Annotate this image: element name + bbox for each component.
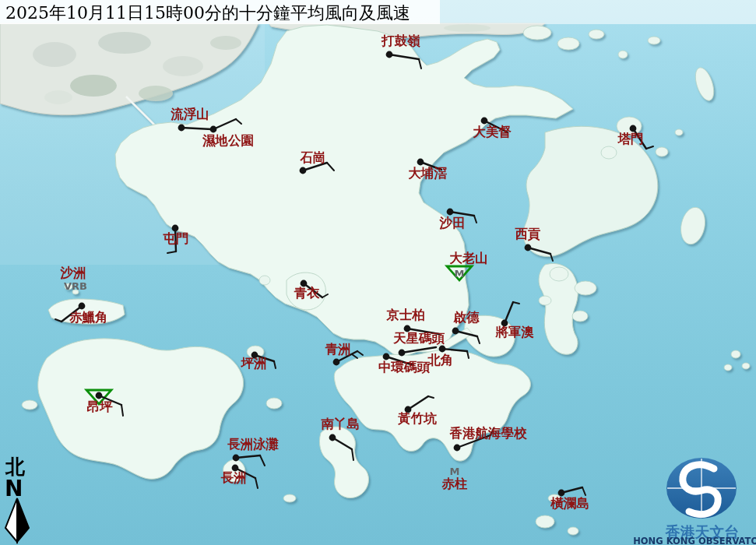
station-label: 西貢 <box>515 227 542 241</box>
station-dot <box>386 51 393 58</box>
station-dot <box>210 126 217 133</box>
station-dot <box>447 209 454 216</box>
station-label: 青衣 <box>294 286 321 301</box>
station-dot <box>481 118 488 125</box>
station-label: 大老山 <box>449 251 488 265</box>
station-label: 坪洲 <box>241 356 267 371</box>
hko-logo-text-en: HONG KONG OBSERVATORY <box>633 536 756 545</box>
missing-data-marker: M <box>450 466 460 477</box>
station-label: 流浮山 <box>170 107 209 121</box>
map-title: 2025年10月11日15時00分的十分鐘平均風向及風速 <box>5 3 410 23</box>
station-label: 青洲 <box>325 342 351 357</box>
station-label: 南丫島 <box>321 417 360 431</box>
station-dot <box>178 125 185 132</box>
station-label: 天星碼頭 <box>392 331 445 346</box>
station-dot <box>417 159 424 166</box>
station-label: 沙田 <box>439 216 466 230</box>
station-label: 沙洲 <box>60 265 86 280</box>
station-label: 打鼓嶺 <box>381 33 420 48</box>
station-dot <box>454 445 461 452</box>
station-dot <box>300 167 307 174</box>
title-bar: 2025年10月11日15時00分的十分鐘平均風向及風速 <box>0 0 756 24</box>
station-label: 將軍澳 <box>494 325 534 339</box>
station-label: 黃竹坑 <box>397 411 437 426</box>
station-label: 塔門 <box>617 132 644 146</box>
station-label: 赤鱲角 <box>69 310 108 325</box>
station-label: 橫瀾島 <box>550 496 589 511</box>
hk-wind-map: 打鼓嶺流浮山濕地公園石崗大美督塔門大埔滘沙田西貢M大老山屯門VRB沙洲赤鱲角青衣… <box>0 0 756 545</box>
station-label: 北角 <box>427 353 454 367</box>
compass-hanzi: 北 <box>5 455 26 478</box>
station-label: 京士柏 <box>385 308 425 322</box>
missing-data-marker: M <box>455 268 465 280</box>
station-label: 昂坪 <box>87 399 114 414</box>
compass-letter: N <box>5 476 23 501</box>
station-label: 長洲 <box>221 470 247 485</box>
station-dot <box>333 359 340 366</box>
station-label: 屯門 <box>163 231 189 246</box>
station-dot <box>79 303 86 310</box>
station-label: 長洲泳灘 <box>227 437 280 452</box>
station-label: 赤柱 <box>441 476 469 491</box>
station-dot <box>525 244 532 251</box>
station: VRB沙洲 <box>60 265 87 292</box>
station-dot <box>96 392 103 399</box>
station-dot <box>399 350 406 357</box>
wind-map-screenshot: 打鼓嶺流浮山濕地公園石崗大美督塔門大埔滘沙田西貢M大老山屯門VRB沙洲赤鱲角青衣… <box>0 0 756 545</box>
station-label: 香港航海學校 <box>449 426 528 441</box>
station-label: 大美督 <box>473 125 512 139</box>
station-label: 啟德 <box>453 310 480 325</box>
station-dot <box>439 346 446 353</box>
station-dot <box>452 328 459 335</box>
station-label: 大埔滘 <box>408 166 447 181</box>
station-dot <box>329 434 336 441</box>
station-dot <box>233 455 240 462</box>
station-label: 石崗 <box>300 150 326 165</box>
station-label: 濕地公園 <box>202 133 254 148</box>
station-label: 中環碼頭 <box>378 360 431 374</box>
variable-wind-marker: VRB <box>64 280 87 292</box>
